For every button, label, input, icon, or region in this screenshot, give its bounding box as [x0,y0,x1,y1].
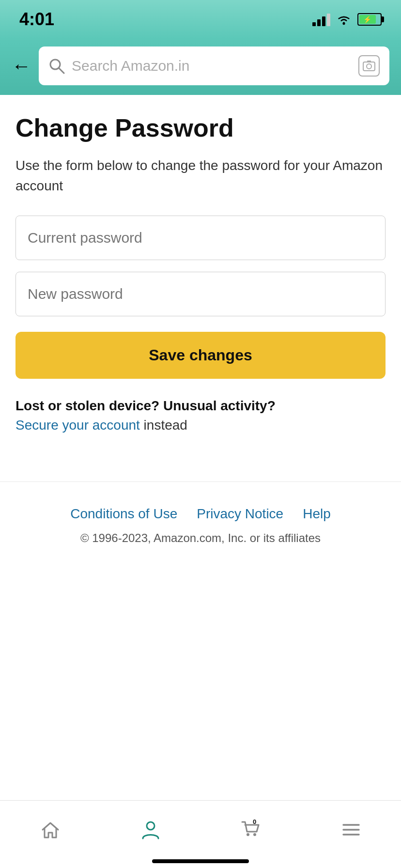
status-bar: 4:01 ⚡ [0,0,401,39]
nav-item-menu[interactable] [301,819,401,840]
save-changes-button[interactable]: Save changes [15,332,386,379]
nav-item-account[interactable] [100,819,200,840]
signal-icon [312,13,330,26]
footer: Conditions of Use Privacy Notice Help © … [0,482,401,564]
svg-point-0 [342,22,345,25]
battery-icon: ⚡ [357,13,382,26]
security-section: Lost or stolen device? Unusual activity?… [15,398,386,433]
home-icon [40,819,61,840]
person-icon [140,819,161,840]
search-bar[interactable]: Search Amazon.in [39,46,389,85]
nav-item-home[interactable] [0,819,100,840]
security-title: Lost or stolen device? Unusual activity? [15,398,386,414]
description: Use the form below to change the passwor… [15,155,386,196]
status-icons: ⚡ [312,13,382,26]
svg-point-7 [247,833,249,836]
status-time: 4:01 [19,9,54,30]
svg-line-2 [59,68,64,73]
svg-rect-5 [367,61,371,62]
security-trailing-text: instead [140,418,187,433]
wifi-icon [336,14,352,25]
secure-account-link[interactable]: Secure your account [15,418,140,433]
search-icon [48,58,65,74]
new-password-group [15,272,386,316]
nav-item-cart[interactable]: 0 [200,818,301,841]
privacy-notice-link[interactable]: Privacy Notice [197,506,283,522]
new-password-input[interactable] [15,272,386,316]
home-indicator [152,859,249,863]
current-password-group [15,216,386,260]
footer-links: Conditions of Use Privacy Notice Help [15,506,386,522]
conditions-of-use-link[interactable]: Conditions of Use [70,506,177,522]
cart-icon: 0 [240,818,262,839]
svg-point-4 [367,64,371,69]
nav-bar: ← Search Amazon.in [0,39,401,95]
help-link[interactable]: Help [303,506,331,522]
bottom-nav: 0 [0,800,401,868]
camera-icon[interactable] [358,55,380,77]
svg-rect-3 [363,62,375,71]
search-input-placeholder: Search Amazon.in [72,58,352,74]
footer-copyright: © 1996-2023, Amazon.com, Inc. or its aff… [15,531,386,545]
security-link-text: Secure your account instead [15,418,386,433]
battery-container: ⚡ [357,13,382,26]
back-button[interactable]: ← [12,56,31,76]
svg-point-6 [147,822,154,830]
menu-icon [340,819,362,840]
svg-text:0: 0 [253,818,256,825]
main-content: Change Password Use the form below to ch… [0,95,401,481]
current-password-input[interactable] [15,216,386,260]
svg-point-8 [253,833,256,836]
cart-wrapper: 0 [240,818,262,841]
page-title: Change Password [15,114,386,142]
